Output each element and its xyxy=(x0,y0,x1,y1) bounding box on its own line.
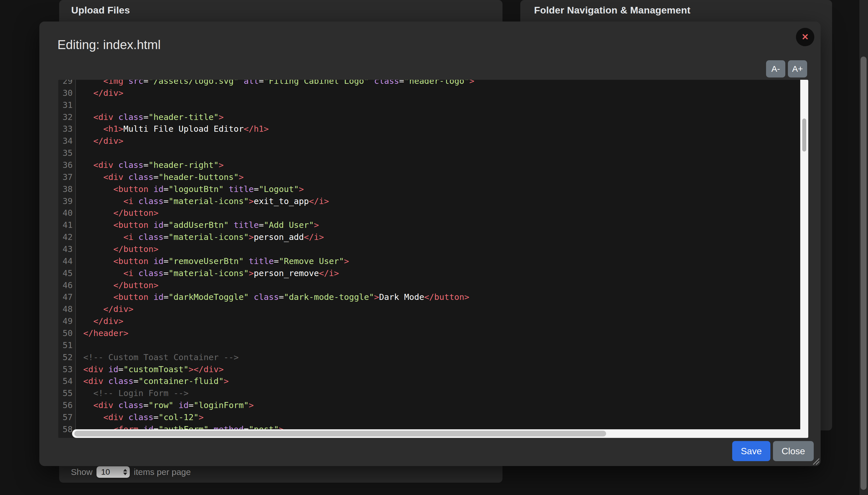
code-lines: 29 <img src="/assets/logo.svg" alt="Fili… xyxy=(58,80,808,436)
pagination-controls: Show 10 items per page xyxy=(71,466,191,478)
close-button[interactable]: Close xyxy=(773,441,814,461)
line-number: 53 xyxy=(58,363,76,376)
resize-grip-icon[interactable] xyxy=(811,457,820,465)
line-number: 43 xyxy=(58,243,76,255)
line-number: 35 xyxy=(58,147,76,159)
line-number: 56 xyxy=(58,399,76,411)
modal-title: Editing: index.html xyxy=(57,38,161,52)
code-line: 30 </div> xyxy=(58,87,808,99)
code-line: 55 <!-- Login Form --> xyxy=(58,387,808,399)
code-line: 33 <h1>Multi File Upload Editor</h1> xyxy=(58,123,808,135)
line-number: 40 xyxy=(58,207,76,219)
code-line: 51 xyxy=(58,340,808,352)
line-number: 46 xyxy=(58,279,76,292)
code-line: 42 <i class="material-icons">person_add<… xyxy=(58,231,808,243)
editor-vertical-scrollbar[interactable] xyxy=(800,80,808,429)
line-number: 45 xyxy=(58,268,76,279)
edit-file-modal: Editing: index.html ✕ A- A+ 29 <img src=… xyxy=(39,21,821,466)
code-line: 37 <div class="header-buttons"> xyxy=(58,171,808,183)
line-number: 48 xyxy=(58,303,76,315)
code-line: 53<div id="customToast"></div> xyxy=(58,363,808,376)
code-line: 54<div class="container-fluid"> xyxy=(58,375,808,387)
line-number: 54 xyxy=(58,375,76,387)
code-line: 41 <button id="addUserBtn" title="Add Us… xyxy=(58,219,808,231)
code-line: 39 <i class="material-icons">exit_to_app… xyxy=(58,195,808,207)
items-per-page-value: 10 xyxy=(101,467,110,477)
show-label: Show xyxy=(71,467,93,477)
line-number: 49 xyxy=(58,315,76,327)
editor-horizontal-scrollbar-thumb[interactable] xyxy=(74,431,606,437)
editor-horizontal-scrollbar[interactable] xyxy=(72,429,808,438)
line-number: 33 xyxy=(58,123,76,135)
font-size-controls: A- A+ xyxy=(766,60,807,78)
page-scrollbar[interactable] xyxy=(859,0,868,495)
code-line: 34 </div> xyxy=(58,135,808,147)
code-line: 48 </div> xyxy=(58,303,808,315)
code-line: 50</header> xyxy=(58,327,808,340)
save-button[interactable]: Save xyxy=(732,441,770,461)
page-scrollbar-thumb[interactable] xyxy=(861,56,867,490)
code-line: 56 <div class="row" id="loginForm"> xyxy=(58,399,808,411)
line-number: 42 xyxy=(58,231,76,243)
line-number: 32 xyxy=(58,111,76,123)
line-number: 36 xyxy=(58,159,76,171)
code-line: 57 <div class="col-12"> xyxy=(58,411,808,424)
line-number: 51 xyxy=(58,340,76,352)
code-line: 35 xyxy=(58,147,808,159)
font-increase-button[interactable]: A+ xyxy=(788,60,807,78)
page-background: Upload Files Show 10 items per page Fold… xyxy=(0,0,868,495)
code-line: 44 <button id="removeUserBtn" title="Rem… xyxy=(58,255,808,268)
code-line: 45 <i class="material-icons">person_remo… xyxy=(58,268,808,279)
line-number: 44 xyxy=(58,255,76,268)
code-line: 49 </div> xyxy=(58,315,808,327)
items-per-page-select[interactable]: 10 xyxy=(97,466,130,478)
line-number: 55 xyxy=(58,387,76,399)
line-number: 47 xyxy=(58,291,76,303)
code-line: 46 </button> xyxy=(58,279,808,292)
code-line: 43 </button> xyxy=(58,243,808,255)
editor-vertical-scrollbar-thumb[interactable] xyxy=(802,119,806,152)
code-line: 38 <button id="logoutBtn" title="Logout"… xyxy=(58,183,808,195)
code-line: 36 <div class="header-right"> xyxy=(58,159,808,171)
line-number: 38 xyxy=(58,183,76,195)
code-line: 32 <div class="header-title"> xyxy=(58,111,808,123)
code-line: 31 xyxy=(58,99,808,111)
select-stepper-icon xyxy=(123,469,127,475)
line-number: 52 xyxy=(58,352,76,363)
modal-actions: Save Close xyxy=(732,441,814,461)
code-line: 52<!-- Custom Toast Container --> xyxy=(58,352,808,363)
line-number: 50 xyxy=(58,327,76,340)
items-per-page-label: items per page xyxy=(134,467,191,477)
code-line: 29 <img src="/assets/logo.svg" alt="Fili… xyxy=(58,80,808,87)
folder-navigation-title: Folder Navigation & Management xyxy=(534,5,690,16)
font-decrease-button[interactable]: A- xyxy=(766,60,785,78)
line-number: 31 xyxy=(58,99,76,111)
code-editor[interactable]: 29 <img src="/assets/logo.svg" alt="Fili… xyxy=(58,80,808,438)
line-number: 37 xyxy=(58,171,76,183)
code-line: 47 <button id="darkModeToggle" class="da… xyxy=(58,291,808,303)
close-icon[interactable]: ✕ xyxy=(796,28,814,46)
line-number: 57 xyxy=(58,411,76,424)
code-line: 40 </button> xyxy=(58,207,808,219)
line-number: 30 xyxy=(58,87,76,99)
line-number: 39 xyxy=(58,195,76,207)
line-number: 41 xyxy=(58,219,76,231)
upload-files-title: Upload Files xyxy=(71,5,130,16)
line-number: 34 xyxy=(58,135,76,147)
line-number: 29 xyxy=(58,80,76,87)
